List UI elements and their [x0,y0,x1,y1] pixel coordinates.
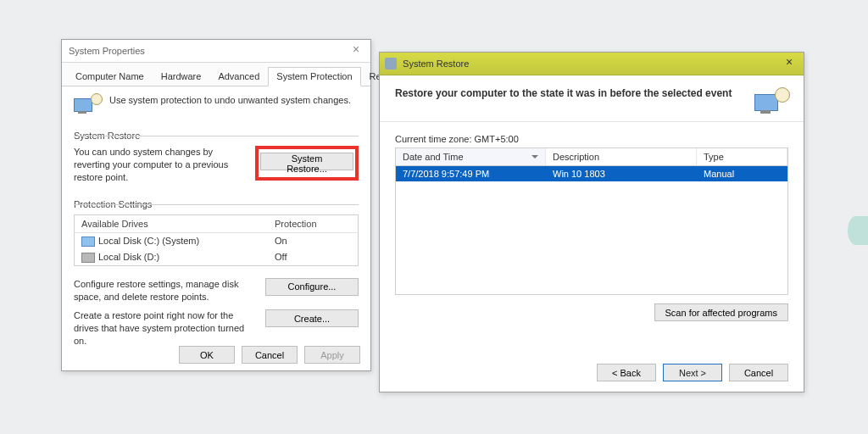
close-icon[interactable]: × [775,53,804,74]
restore-icon [754,87,788,116]
apply-button: Apply [304,346,360,364]
system-properties-dialog: System Properties × Computer Name Hardwa… [61,39,371,371]
restore-points-table[interactable]: Date and Time Description Type 7/7/2018 … [395,147,788,295]
tab-system-protection[interactable]: System Protection [268,67,360,86]
tab-advanced[interactable]: Advanced [209,67,268,86]
drives-table[interactable]: Available Drives Protection Local Disk (… [74,214,359,266]
titlebar[interactable]: System Properties × [62,40,370,63]
drive-icon [81,236,95,247]
cancel-button[interactable]: Cancel [242,346,298,364]
tab-computer-name[interactable]: Computer Name [67,67,153,86]
group-system-restore: System Restore [74,131,359,141]
timezone-label: Current time zone: GMT+5:00 [395,134,788,144]
drive-row: Local Disk (D:) Off [75,249,359,266]
scan-for-affected-programs-button[interactable]: Scan for affected programs [654,303,788,321]
configure-description: Configure restore settings, manage disk … [74,278,259,303]
tab-hardware[interactable]: Hardware [153,67,210,86]
system-protection-icon [74,95,101,119]
ok-button[interactable]: OK [179,346,235,364]
create-description: Create a restore point right now for the… [74,309,259,348]
wizard-heading: Restore your computer to the state it wa… [395,87,748,99]
system-restore-description: You can undo system changes by reverting… [74,146,248,184]
restore-point-row[interactable]: 7/7/2018 9:57:49 PM Win 10 1803 Manual [396,166,787,182]
drive-row: Local Disk (C:) (System) On [75,232,359,249]
next-button[interactable]: Next > [663,364,722,381]
background-decoration [848,216,868,245]
back-button[interactable]: < Back [597,364,656,381]
col-available-drives[interactable]: Available Drives [75,214,269,232]
intro-text: Use system protection to undo unwanted s… [109,95,351,105]
titlebar[interactable]: System Restore × [380,53,804,75]
col-type[interactable]: Type [697,148,787,166]
tab-strip: Computer Name Hardware Advanced System P… [62,63,370,86]
annotation-highlight: System Restore... [255,146,359,181]
col-protection[interactable]: Protection [268,214,359,232]
title-text: System Restore [403,58,469,69]
close-icon[interactable]: × [342,40,370,62]
configure-button[interactable]: Configure... [265,278,359,296]
system-restore-dialog: System Restore × Restore your computer t… [379,52,804,392]
col-date-time[interactable]: Date and Time [396,148,546,166]
group-protection-settings: Protection Settings [74,199,359,209]
drive-icon [81,253,95,263]
title-text: System Properties [69,46,145,56]
cancel-button[interactable]: Cancel [729,364,788,381]
create-button[interactable]: Create... [265,309,359,327]
col-description[interactable]: Description [546,148,697,166]
system-restore-button[interactable]: System Restore... [260,153,353,170]
app-icon [385,58,397,70]
